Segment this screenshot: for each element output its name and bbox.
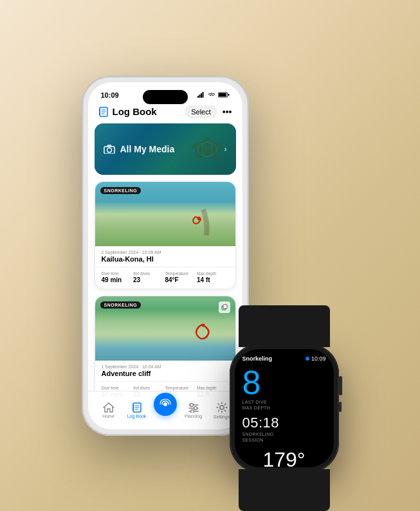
iphone-screen: 10:09 [88,82,242,429]
apple-watch: Snorkeling 10:09 8 LAST DIVEMAX DEPTH 05… [230,344,339,472]
watch-header: Snorkeling 10:09 [242,355,326,362]
logbook-tab-icon [131,402,143,413]
content-area[interactable]: All My Media › SNORKELING [88,123,242,400]
stat-depth-label-2: Max depth [197,386,229,390]
stat-dives-label-2: #of dives [133,386,165,390]
tab-home-label: Home [102,414,114,418]
stat-temp-value-1: 84°F [165,276,197,283]
watch-time-indicator: 10:09 [306,355,326,362]
tab-planning-label: Planning [185,414,202,418]
stat-temp-label-1: Temperature [165,271,197,276]
dive-info-1: 2 September 2024 · 10:09 AM Kailua-Kona,… [95,246,235,264]
dynamic-island [143,90,188,104]
stat-divetime-label-1: Dive time [102,271,134,276]
status-icons [197,92,230,98]
stat-depth-label-1: Max depth [197,271,229,276]
nav-title-text: Log Book [113,106,157,117]
logbook-nav-icon [98,107,109,117]
dive-map-1: SNORKELING [95,182,235,246]
nav-bar: Log Book Select ••• [88,103,242,123]
stat-dives-value-1: 23 [133,276,165,283]
watch-time: 10:09 [311,355,326,362]
tab-settings-label: Settings [214,415,230,419]
stat-divetime-1: Dive time 49 min [102,271,134,283]
tab-planning[interactable]: Planning [179,402,208,418]
tab-logbook[interactable]: Log Book [123,402,151,418]
wifi-icon [208,92,215,98]
tab-bar: Home Log Book [88,391,242,429]
more-button[interactable]: ••• [223,107,232,117]
svg-point-20 [107,148,111,152]
svg-point-30 [163,402,167,406]
tab-sonar[interactable] [151,404,179,416]
media-banner-content: All My Media › [95,123,236,175]
map-route-1 [181,206,213,238]
watch-dot [306,357,309,361]
tab-logbook-label: Log Book [127,414,147,418]
stat-temp-1: Temperature 84°F [165,271,197,283]
svg-point-34 [190,403,193,406]
watch-crown [339,376,342,395]
dive-location-2: Adventure cliff [102,370,229,377]
svg-rect-3 [202,92,203,98]
media-chevron: › [224,145,227,154]
svg-rect-26 [132,404,134,411]
dive-location-1: Kailua-Kona, HI [102,255,229,263]
svg-point-36 [190,409,194,413]
stat-depth-1: Max depth 14 ft [197,271,229,283]
svg-rect-1 [199,94,200,98]
sonar-icon [159,398,172,411]
watch-side-button [339,402,342,412]
stat-dives-1: #of dives 23 [133,271,165,283]
watch-compass: 179° SE S SW [242,448,326,467]
svg-rect-6 [219,93,226,96]
dive-info-2: 1 September 2024 · 10:04 AM Adventure cl… [95,361,235,379]
select-button[interactable]: Select [185,105,217,118]
gear-icon [216,402,228,413]
snorkeling-badge-2: SNORKELING [100,301,142,309]
dive-date-2: 1 September 2024 · 10:04 AM [102,364,229,369]
watch-heading: 179° [262,448,305,467]
status-time: 10:09 [101,91,119,99]
watch-big-number: 8 [242,366,326,399]
camera-icon [104,145,115,154]
svg-rect-0 [197,96,199,98]
media-label: All My Media [120,144,175,154]
home-icon [103,402,114,413]
battery-icon [218,92,230,98]
snorkeling-badge-1: SNORKELING [100,187,142,194]
watch-session-label: SNORKELINGSESSION [242,431,326,443]
dive-card-2[interactable]: SNORKELING 1 September 2024 · 10:04 [95,296,236,400]
watch-screen: Snorkeling 10:09 8 LAST DIVEMAX DEPTH 05… [235,349,334,467]
stat-dives-label-1: #of dives [133,271,165,276]
stat-temp-label-2: Temperature [165,386,197,390]
dive-map-2: SNORKELING [95,296,235,361]
watch-session-time: 05:18 [242,415,326,431]
svg-point-35 [194,406,197,409]
nav-actions: Select ••• [185,105,232,118]
media-banner[interactable]: All My Media › [95,123,236,175]
svg-rect-23 [223,305,227,309]
tab-home[interactable]: Home [95,402,123,418]
watch-band-top [239,305,330,347]
svg-rect-2 [201,93,202,98]
dive-stats-1: Dive time 49 min #of dives 23 Temperatur… [95,267,235,289]
watch-sub-label: LAST DIVEMAX DEPTH [242,399,326,411]
svg-point-24 [201,323,205,327]
stat-divetime-label-2: Dive time [102,386,134,390]
svg-rect-8 [99,109,100,115]
stat-divetime-value-1: 49 min [102,276,134,283]
dive-date-1: 2 September 2024 · 10:09 AM [102,250,229,255]
svg-point-21 [197,218,200,220]
svg-rect-5 [228,94,229,96]
nav-title: Log Book [98,106,157,117]
stat-depth-value-1: 14 ft [197,276,229,283]
iphone-device: 10:09 [82,76,249,436]
signal-icon [197,92,205,98]
copy-icon [219,301,230,313]
dive-card-1[interactable]: SNORKELING 2 September 2024 · 10:09 AM K… [95,181,236,289]
svg-point-37 [220,406,224,409]
map-route-2 [184,316,219,351]
watch-band-bottom [239,469,330,511]
watch-activity: Snorkeling [242,355,273,362]
